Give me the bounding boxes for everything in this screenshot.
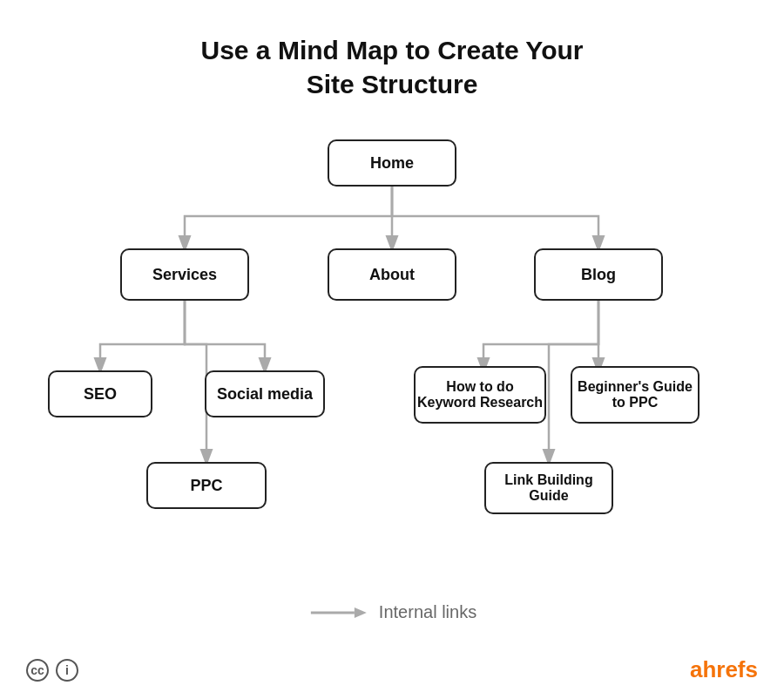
footer-icons: cc i	[26, 659, 78, 682]
svg-marker-1	[355, 607, 367, 618]
services-node: Services	[120, 248, 249, 301]
beginners-guide-node: Beginner's Guide to PPC	[571, 366, 700, 424]
title: Use a Mind Map to Create Your Site Struc…	[0, 0, 784, 101]
cc-icon: cc	[26, 659, 49, 682]
social-media-node: Social media	[205, 370, 325, 417]
seo-node: SEO	[48, 370, 152, 417]
legend-label: Internal links	[379, 602, 476, 622]
ppc-node: PPC	[146, 462, 267, 509]
blog-node: Blog	[534, 248, 663, 301]
info-icon: i	[56, 659, 78, 682]
link-building-node: Link Building Guide	[484, 462, 613, 514]
about-node: About	[328, 248, 456, 301]
footer: cc i ahrefs	[0, 656, 784, 683]
ahrefs-logo: ahrefs	[690, 656, 758, 683]
legend-arrow-icon	[308, 603, 367, 622]
legend: Internal links	[308, 602, 476, 622]
home-node: Home	[328, 139, 456, 187]
mind-map-diagram: Home Services About Blog SEO Social medi…	[0, 113, 784, 654]
keyword-research-node: How to do Keyword Research	[414, 366, 546, 424]
